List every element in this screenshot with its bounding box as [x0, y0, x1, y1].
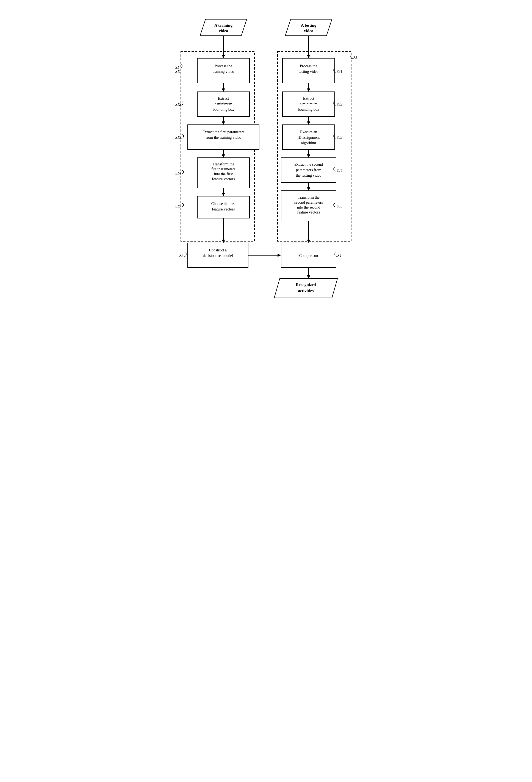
s2-curl — [184, 253, 186, 256]
extract-params-testing-text2: parameters from — [296, 168, 321, 172]
arrow-3-head — [222, 121, 225, 125]
arrow-2-head — [222, 88, 225, 92]
label-s35: S35 — [336, 204, 343, 208]
label-s1: S1 — [175, 65, 179, 70]
process-testing-text1: Process the — [300, 64, 317, 68]
transform-params-left-text3: into the first — [214, 172, 233, 176]
arrow-4-head — [222, 154, 225, 158]
transform-params-left-text1: Transform the — [212, 162, 234, 166]
recognized-text1: Recognized — [296, 282, 316, 287]
extract-bbox-right-text1: Extract — [303, 97, 314, 101]
arrow-5-head — [222, 193, 225, 196]
comparison-text: Comparison — [299, 254, 318, 258]
label-s13: S13 — [175, 136, 181, 140]
label-s15: S15 — [175, 204, 181, 208]
transform-params-right-text1: Transform the — [297, 196, 319, 200]
extract-bbox-right-text2: a minimum — [300, 102, 317, 106]
extract-params-testing-text1: Extract the second — [294, 163, 323, 167]
recognized-shape — [274, 279, 338, 298]
construct-tree-text2: decision tree model — [203, 254, 233, 258]
label-s31: S31 — [336, 70, 343, 74]
extract-params-text2: from the training video — [206, 136, 241, 140]
execute-id-text1: Execute an — [300, 130, 317, 134]
arrow-horiz-head — [278, 254, 281, 257]
arrow-1-head — [222, 55, 225, 58]
testing-video-label2: video — [304, 29, 313, 33]
extract-bbox-right-text3: bounding box — [298, 107, 319, 112]
testing-video-shape — [285, 19, 332, 36]
arrow-r3-head — [307, 121, 310, 125]
extract-bbox-left-text2: a minimum — [215, 102, 232, 106]
process-testing-text2: testing video — [299, 70, 318, 74]
transform-params-right-text3: into the second — [297, 205, 320, 209]
s15-curl — [181, 203, 184, 207]
training-video-label: A training — [214, 23, 233, 28]
extract-params-testing-text3: the testing video — [296, 173, 321, 178]
construct-tree-text1: Construct a — [209, 248, 227, 252]
transform-params-right-text2: second parameters — [294, 200, 323, 205]
recognized-text2: activities — [298, 288, 314, 293]
extract-bbox-left-text1: Extract — [218, 97, 229, 101]
choose-feature-text2: feature vectors — [212, 207, 235, 211]
label-s11: S11 — [175, 70, 181, 74]
execute-id-text3: algorithm — [301, 141, 316, 145]
label-s14: S14 — [175, 171, 181, 175]
process-training-text2: training video — [213, 70, 234, 74]
label-s12: S12 — [175, 103, 181, 107]
arrow-r2-head — [307, 88, 310, 92]
arrow-final-head — [307, 275, 310, 279]
label-s3: S3 — [353, 56, 357, 60]
choose-feature-text1: Choose the first — [211, 202, 236, 206]
execute-id-text2: ID assignment — [297, 136, 320, 140]
label-s34: S34 — [336, 169, 343, 173]
s13-curl — [181, 135, 184, 138]
transform-params-left-text4: feature vectors — [212, 177, 235, 181]
transform-params-right-text4: feature vectors — [297, 210, 320, 214]
s12-curl — [181, 102, 183, 105]
arrow-r1-head — [307, 55, 310, 58]
training-video-label2: video — [219, 29, 228, 33]
flowchart-diagram: A training video Process the training vi… — [173, 11, 359, 313]
arrow-r5-head — [307, 187, 310, 191]
arrow-r4-head — [307, 154, 310, 158]
process-training-text1: Process the — [215, 64, 232, 68]
label-s4: S4 — [338, 254, 341, 258]
transform-params-left-text2: first parameters — [211, 167, 235, 171]
label-s2: S2 — [179, 254, 183, 258]
s14-curl — [181, 170, 184, 174]
label-s33: S33 — [336, 136, 343, 140]
label-s32: S32 — [336, 103, 343, 107]
extract-params-text1: Extract the first parameters — [203, 130, 244, 134]
extract-bbox-left-text3: bounding box — [213, 107, 234, 112]
training-video-shape — [200, 19, 247, 36]
testing-video-label: A testing — [301, 23, 317, 28]
